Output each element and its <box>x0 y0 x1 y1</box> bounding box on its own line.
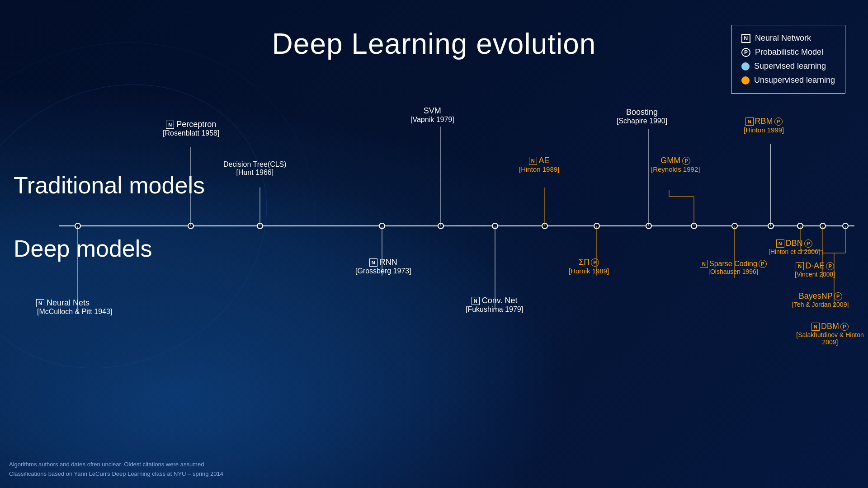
main-content: Deep Learning evolution N Neural Network… <box>0 0 868 488</box>
timeline-svg <box>0 0 868 488</box>
